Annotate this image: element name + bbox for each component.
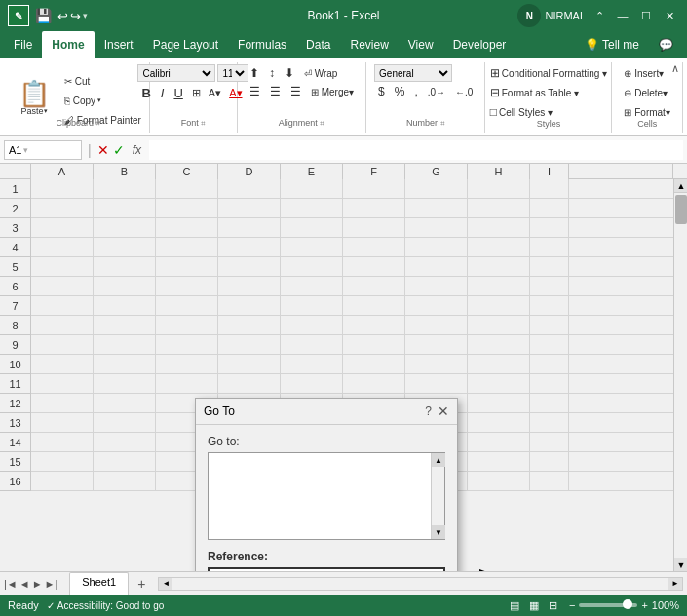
cell-B2[interactable] xyxy=(94,199,156,218)
fill-color-button[interactable]: A▾ xyxy=(206,84,224,101)
row-header-10[interactable]: 10 xyxy=(0,355,31,374)
row-header-1[interactable]: 1 xyxy=(0,179,31,199)
accounting-button[interactable]: $ xyxy=(374,83,389,100)
dialog-list-scrollbar[interactable]: ▲ ▼ xyxy=(431,453,444,539)
cell-A4[interactable] xyxy=(31,238,94,257)
col-header-c[interactable]: C xyxy=(156,164,218,179)
italic-button[interactable]: I xyxy=(157,84,169,101)
cell-F9[interactable] xyxy=(343,335,405,355)
cell-D7[interactable] xyxy=(218,296,281,316)
comma-button[interactable]: , xyxy=(410,83,421,100)
cell-F10[interactable] xyxy=(343,355,405,374)
row-header-15[interactable]: 15 xyxy=(0,452,31,472)
cell-A9[interactable] xyxy=(31,335,94,355)
cell-G10[interactable] xyxy=(405,355,468,374)
save-button[interactable]: 💾 xyxy=(35,8,52,23)
cell-B11[interactable] xyxy=(94,374,156,394)
align-bottom-button[interactable]: ⬇ xyxy=(281,64,298,82)
cancel-formula-icon[interactable]: ✕ xyxy=(97,142,109,158)
cell-E1[interactable] xyxy=(281,179,343,199)
format-as-table-button[interactable]: ⊟ Format as Table ▾ xyxy=(486,84,583,101)
cell-H9[interactable] xyxy=(468,335,530,355)
align-middle-button[interactable]: ↕ xyxy=(265,64,279,82)
merge-button[interactable]: ⊞ Merge▾ xyxy=(307,83,358,100)
cell-D5[interactable] xyxy=(218,257,281,277)
redo-button[interactable]: ↪ xyxy=(70,9,81,23)
cell-I9[interactable] xyxy=(530,335,569,355)
cell-B13[interactable] xyxy=(94,413,156,433)
cell-B5[interactable] xyxy=(94,257,156,277)
row-header-12[interactable]: 12 xyxy=(0,394,31,413)
row-header-11[interactable]: 11 xyxy=(0,374,31,394)
cell-E3[interactable] xyxy=(281,218,343,238)
cell-E8[interactable] xyxy=(281,316,343,335)
conditional-formatting-button[interactable]: ⊞ Conditional Formatting ▾ xyxy=(486,64,611,82)
cell-E7[interactable] xyxy=(281,296,343,316)
dialog-help-button[interactable]: ? xyxy=(425,404,432,418)
cell-B7[interactable] xyxy=(94,296,156,316)
cell-H6[interactable] xyxy=(468,277,530,296)
user-avatar[interactable]: N xyxy=(517,4,541,27)
close-button[interactable]: ✕ xyxy=(660,6,679,25)
cell-G7[interactable] xyxy=(405,296,468,316)
cell-I6[interactable] xyxy=(530,277,569,296)
row-header-2[interactable]: 2 xyxy=(0,199,31,218)
cell-C3[interactable] xyxy=(156,218,218,238)
cell-H1[interactable] xyxy=(468,179,530,199)
cell-A8[interactable] xyxy=(31,316,94,335)
col-header-f[interactable]: F xyxy=(343,164,405,179)
cell-G11[interactable] xyxy=(405,374,468,394)
cell-I11[interactable] xyxy=(530,374,569,394)
cell-F1[interactable] xyxy=(343,179,405,199)
minimize-button[interactable]: — xyxy=(613,6,632,25)
cell-D3[interactable] xyxy=(218,218,281,238)
cell-I2[interactable] xyxy=(530,199,569,218)
row-header-8[interactable]: 8 xyxy=(0,316,31,335)
cell-C9[interactable] xyxy=(156,335,218,355)
percent-button[interactable]: % xyxy=(391,83,409,100)
vertical-scrollbar[interactable]: ▲ ▼ xyxy=(673,179,687,571)
cell-B14[interactable] xyxy=(94,433,156,452)
row-header-14[interactable]: 14 xyxy=(0,433,31,452)
cell-I7[interactable] xyxy=(530,296,569,316)
tell-me-input[interactable]: 💡 Tell me xyxy=(575,31,649,58)
menu-review[interactable]: Review xyxy=(340,31,398,58)
row-header-5[interactable]: 5 xyxy=(0,257,31,277)
cell-D8[interactable] xyxy=(218,316,281,335)
underline-button[interactable]: U xyxy=(170,84,186,101)
cell-E6[interactable] xyxy=(281,277,343,296)
cell-B15[interactable] xyxy=(94,452,156,472)
font-family-select[interactable]: Calibri xyxy=(137,64,215,82)
cell-B16[interactable] xyxy=(94,472,156,491)
cell-F6[interactable] xyxy=(343,277,405,296)
cell-C1[interactable] xyxy=(156,179,218,199)
cell-H11[interactable] xyxy=(468,374,530,394)
cell-A16[interactable] xyxy=(31,472,94,491)
page-layout-view-button[interactable]: ▦ xyxy=(526,597,542,613)
col-header-a[interactable]: A xyxy=(31,164,94,179)
cell-G3[interactable] xyxy=(405,218,468,238)
cell-H5[interactable] xyxy=(468,257,530,277)
menu-view[interactable]: View xyxy=(399,31,443,58)
cell-G2[interactable] xyxy=(405,199,468,218)
zoom-slider[interactable] xyxy=(579,603,637,607)
row-header-7[interactable]: 7 xyxy=(0,296,31,316)
name-box[interactable]: A1 ▾ xyxy=(4,140,82,160)
decrease-decimal-button[interactable]: ←.0 xyxy=(451,83,477,100)
cell-I1[interactable] xyxy=(530,179,569,199)
cell-H15[interactable] xyxy=(468,452,530,472)
cell-H2[interactable] xyxy=(468,199,530,218)
cell-F8[interactable] xyxy=(343,316,405,335)
border-button[interactable]: ⊞ xyxy=(189,84,204,101)
tab-nav-right-right[interactable]: ►| xyxy=(45,578,58,590)
cell-G4[interactable] xyxy=(405,238,468,257)
cell-A3[interactable] xyxy=(31,218,94,238)
cell-D9[interactable] xyxy=(218,335,281,355)
col-header-i[interactable]: I xyxy=(530,164,569,179)
cell-E2[interactable] xyxy=(281,199,343,218)
cell-B12[interactable] xyxy=(94,394,156,413)
menu-page-layout[interactable]: Page Layout xyxy=(143,31,228,58)
sheet-tab-sheet1[interactable]: Sheet1 xyxy=(69,572,129,595)
row-header-6[interactable]: 6 xyxy=(0,277,31,296)
cell-D1[interactable] xyxy=(218,179,281,199)
